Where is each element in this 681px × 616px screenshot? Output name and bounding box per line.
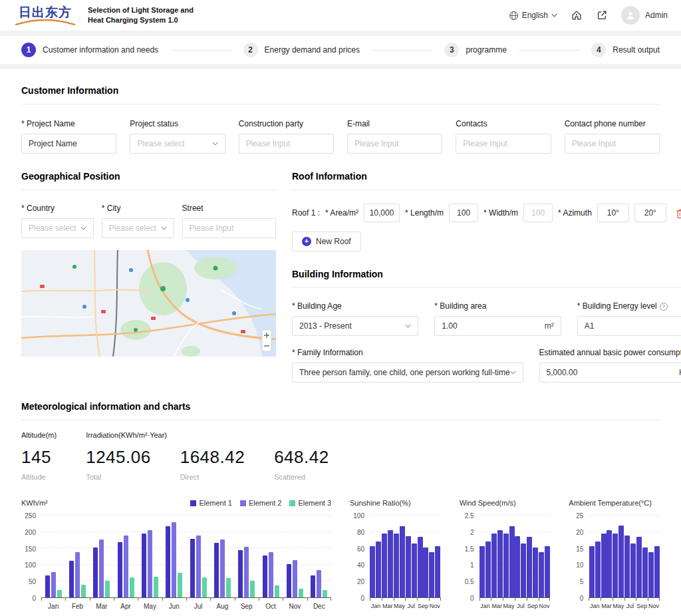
consumption-label: Estimated annual basic power consumption…: [539, 348, 681, 357]
street-label: Street: [182, 204, 276, 213]
building-age-field-group: * Building Age 2013 - Present: [292, 301, 418, 336]
contacts-label: Contacts: [456, 119, 551, 128]
city-select[interactable]: Please select: [102, 218, 174, 238]
roof-area-input[interactable]: [364, 204, 400, 222]
building-information-heading: Building Information: [292, 269, 681, 288]
construction-party-field-group: Construction party: [239, 119, 334, 154]
step-3-number: 3: [444, 43, 459, 57]
street-field-group: Street: [182, 204, 276, 238]
step-3-programme[interactable]: 3 programme: [444, 43, 506, 57]
help-icon[interactable]: ?: [660, 303, 668, 311]
step-2-number: 2: [243, 43, 258, 57]
geographical-position-heading: Geographical Position: [21, 171, 276, 190]
step-2-energy-demand[interactable]: 2 Energy demand and prices: [243, 43, 360, 57]
email-input[interactable]: [347, 134, 442, 154]
project-status-select[interactable]: Please select: [130, 134, 225, 154]
ambient-temperature-chart: Ambient Temperature(°C)0510152025JanMarM…: [569, 497, 660, 610]
home-button[interactable]: [571, 9, 583, 21]
roof-row-label: Roof 1 :: [292, 208, 320, 218]
altitude-value: 145: [21, 447, 57, 468]
step-3-label: programme: [466, 45, 506, 55]
customer-information-heading: Customer Information: [21, 85, 660, 104]
contacts-input[interactable]: [456, 134, 551, 154]
family-information-label: * Family Information: [292, 348, 523, 357]
building-area-input[interactable]: 1.00 m²: [434, 316, 561, 336]
irradiation-bar-chart: KWh/m²Element 1Element 2Element 30501001…: [21, 497, 331, 610]
step-1-label: Customer information and needs: [43, 45, 158, 55]
project-status-label: Project status: [130, 119, 225, 128]
delete-roof-button[interactable]: [676, 208, 681, 219]
location-map[interactable]: [21, 250, 276, 359]
street-input[interactable]: [182, 218, 276, 238]
email-label: E-mail: [347, 119, 442, 128]
export-icon: [596, 9, 608, 21]
language-label: English: [522, 11, 548, 20]
user-icon: [625, 10, 636, 21]
email-field-group: E-mail: [347, 119, 442, 154]
irradiation-scattered-stat: 648.42 Scattered: [274, 439, 329, 481]
plus-icon: +: [302, 237, 311, 246]
building-area-field-group: * Building area 1.00 m²: [434, 301, 561, 336]
logo-arc: [15, 19, 76, 25]
trash-icon: [676, 208, 681, 219]
building-energy-select[interactable]: A1: [577, 316, 681, 336]
step-4-result-output[interactable]: 4 Result output: [591, 43, 660, 57]
family-information-select[interactable]: Three person family, one child, one pers…: [292, 363, 523, 383]
chevron-down-icon: [551, 13, 557, 17]
roof-width-input[interactable]: [523, 204, 553, 222]
language-selector[interactable]: English: [509, 11, 557, 21]
globe-icon: [509, 11, 519, 21]
project-status-field-group: Project status Please select: [130, 119, 225, 154]
roof-azimuth-label: * Azimuth: [558, 208, 592, 218]
roof-azimuth-input-2[interactable]: [634, 204, 666, 222]
home-icon: [571, 9, 583, 21]
user-menu[interactable]: Admin: [621, 6, 668, 25]
chevron-down-icon: [80, 226, 86, 230]
country-select[interactable]: Please select: [21, 218, 94, 238]
step-1-customer-information[interactable]: 1 Customer information and needs: [21, 43, 158, 57]
phone-input[interactable]: [565, 134, 660, 154]
consumption-field-group: Estimated annual basic power consumption…: [539, 348, 681, 383]
chevron-down-icon: [161, 226, 167, 230]
wind-speed-chart: Wind Speed(m/s)00.511.522.5JanMarMayJulS…: [460, 497, 551, 610]
building-energy-label: * Building Energy level?: [577, 301, 681, 311]
new-roof-button[interactable]: + New Roof: [292, 231, 361, 251]
app-title-line2: Heat Charging System 1.0: [88, 15, 194, 25]
consumption-input[interactable]: 5,000.00 KWh: [539, 363, 681, 383]
export-button[interactable]: [596, 9, 608, 21]
step-connector: [519, 50, 579, 51]
meteorological-heading: Meteorological information and charts: [21, 401, 660, 420]
country-label: * Country: [21, 204, 94, 213]
project-name-label: * Project Name: [21, 119, 116, 128]
altitude-header: Altitude(m): [21, 431, 57, 439]
country-field-group: * Country Please select: [21, 204, 94, 238]
building-age-select[interactable]: 2013 - Present: [292, 316, 418, 336]
city-field-group: * City Please select: [102, 204, 174, 238]
irradiation-direct-stat: 1648.42 Direct: [180, 439, 245, 481]
roof-azimuth-input-1[interactable]: [597, 204, 629, 222]
chevron-down-icon: [510, 371, 516, 375]
divider: [0, 31, 681, 36]
wizard-stepper: 1 Customer information and needs 2 Energ…: [0, 36, 681, 64]
building-area-label: * Building area: [434, 301, 561, 311]
area-unit: m²: [545, 321, 554, 331]
step-4-number: 4: [591, 43, 606, 57]
company-logo: 日出东方: [13, 6, 77, 25]
roof-width-label: * Width/m: [483, 208, 518, 218]
step-2-label: Energy demand and prices: [265, 45, 360, 55]
app-header: 日出东方 Selection of Light Storage and Heat…: [0, 0, 681, 31]
app-title-line1: Selection of Light Storage and: [88, 5, 194, 15]
contacts-field-group: Contacts: [456, 119, 551, 154]
construction-party-input[interactable]: [239, 134, 334, 154]
roof-information-heading: Roof Information: [292, 171, 681, 190]
phone-label: Contact phone number: [565, 119, 660, 128]
map-zoom-control: [262, 330, 271, 351]
altitude-stat: Altitude(m) 145 Altitude: [21, 431, 57, 481]
sunshine-ratio-chart: Sunshine Ratio(%)020406080100JanMarMayJu…: [350, 497, 441, 610]
step-connector: [372, 50, 432, 51]
roof-length-input[interactable]: [449, 204, 478, 222]
logo-text: 日出东方: [19, 6, 72, 19]
project-name-input[interactable]: [21, 134, 116, 154]
irradiation-header: Irradiation(KWh/m²·Year): [86, 431, 329, 439]
chevron-down-icon: [212, 142, 218, 146]
